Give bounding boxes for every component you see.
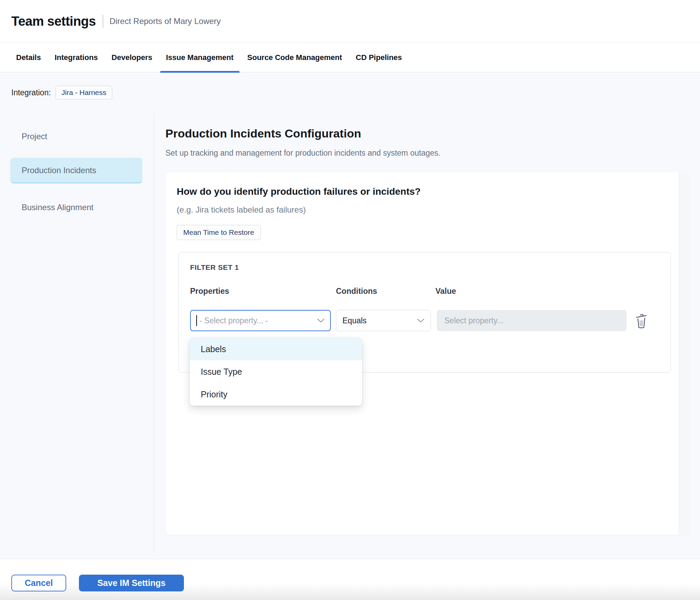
tab-developers[interactable]: Developers [106,43,158,72]
filter-set-title: FILTER SET 1 [190,263,239,272]
page-subtitle: Direct Reports of Mary Lowery [109,16,221,26]
question-heading: How do you identify production failures … [177,186,421,197]
tab-bar: Details Integrations Developers Issue Ma… [0,43,700,72]
incidents-config-card: How do you identify production failures … [165,172,689,535]
page-header: Team settings Direct Reports of Mary Low… [0,0,700,43]
sidebar-item-production-incidents[interactable]: Production Incidents [10,158,142,183]
active-tab-underline [160,71,240,73]
page-title: Team settings [11,14,96,29]
content-area: Integration: Jira - Harness Project Prod… [0,73,700,559]
tab-issue-management-label: Issue Management [166,53,234,62]
text-cursor [196,315,197,326]
integration-label: Integration: [11,88,51,97]
value-input[interactable] [437,310,627,331]
scrollbar-track[interactable] [679,172,689,535]
tab-issue-management[interactable]: Issue Management [160,43,240,72]
dropdown-option-issue-type[interactable]: Issue Type [190,360,362,383]
chevron-down-icon [417,318,424,323]
sidebar-item-business-alignment[interactable]: Business Alignment [10,197,142,218]
footer-bar: Cancel Save IM Settings [0,559,700,600]
tab-details[interactable]: Details [10,43,47,72]
property-select[interactable]: - Select property... - [190,310,331,331]
tab-source-code-management-label: Source Code Management [247,53,342,62]
save-im-settings-button[interactable]: Save IM Settings [79,575,184,591]
delete-filter-button[interactable] [632,311,650,331]
main-panel: Production Incidents Configuration Set u… [165,73,689,559]
tab-details-label: Details [16,53,41,62]
integration-chip[interactable]: Jira - Harness [56,86,112,99]
condition-select-value: Equals [342,316,366,325]
tab-integrations[interactable]: Integrations [49,43,104,72]
value-column-label: Value [435,287,456,296]
sidebar-divider [154,113,154,553]
settings-sidebar: Project Production Incidents Business Al… [10,126,142,231]
tab-cd-pipelines[interactable]: CD Pipelines [350,43,408,72]
trash-icon [634,313,649,329]
question-hint: (e.g. Jira tickets labeled as failures) [177,205,306,215]
dropdown-option-priority[interactable]: Priority [190,383,362,406]
tab-cd-pipelines-label: CD Pipelines [356,53,402,62]
tab-integrations-label: Integrations [55,53,98,62]
conditions-column-label: Conditions [336,287,377,296]
property-select-placeholder: - Select property... - [199,316,268,325]
condition-select[interactable]: Equals [336,310,431,331]
properties-column-label: Properties [190,287,229,296]
tab-source-code-management[interactable]: Source Code Management [242,43,348,72]
section-subtitle: Set up tracking and management for produ… [165,148,441,158]
section-title: Production Incidents Configuration [165,127,361,140]
integration-row: Integration: Jira - Harness [11,86,112,99]
tab-developers-label: Developers [112,53,152,62]
property-dropdown: Labels Issue Type Priority [190,338,362,406]
mean-time-to-restore-chip[interactable]: Mean Time to Restore [177,225,261,240]
dropdown-option-labels[interactable]: Labels [190,338,362,360]
team-settings-page: Team settings Direct Reports of Mary Low… [0,0,700,600]
chevron-down-icon [317,318,325,323]
cancel-button[interactable]: Cancel [11,575,66,591]
sidebar-item-project[interactable]: Project [10,126,142,147]
title-divider [103,15,103,28]
